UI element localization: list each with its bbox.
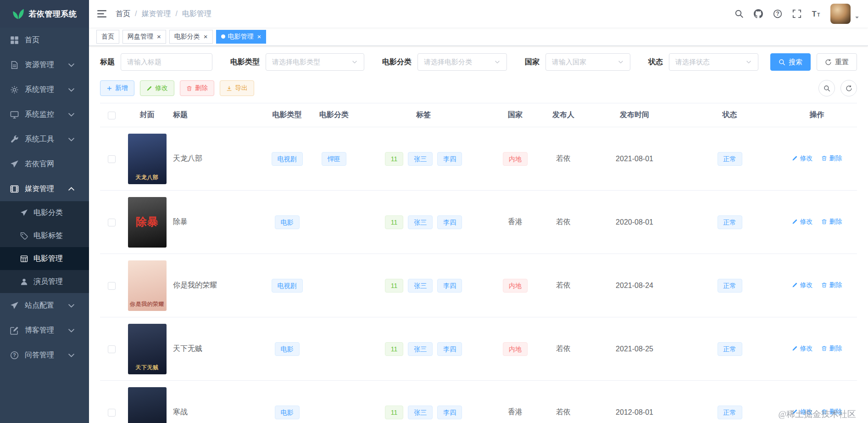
edit-button[interactable]: 修改	[140, 80, 174, 96]
row-edit-link[interactable]: 修改	[792, 154, 813, 163]
row-edit-link[interactable]: 修改	[792, 344, 813, 353]
row-actions-cell: 修改删除	[777, 191, 857, 254]
tab-网盘管理[interactable]: 网盘管理×	[122, 30, 166, 44]
title-input[interactable]: 请输入标题	[121, 53, 212, 71]
row-checkbox[interactable]	[108, 282, 116, 290]
sidebar-item-system[interactable]: 系统管理	[0, 77, 89, 102]
search-button[interactable]: 搜索	[770, 53, 811, 71]
help-button[interactable]: ?	[768, 0, 787, 28]
row-delete-link[interactable]: 删除	[821, 344, 842, 353]
sidebar-item-home[interactable]: 首页	[0, 28, 89, 52]
status-cell: 正常	[683, 254, 777, 317]
breadcrumb-separator: /	[135, 10, 137, 18]
chevron-down-icon	[746, 59, 752, 65]
tag-badge: 电影	[275, 342, 300, 356]
row-edit-label: 修改	[800, 344, 813, 353]
sidebar-item-media[interactable]: 媒资管理	[0, 176, 89, 201]
close-icon[interactable]: ×	[256, 33, 262, 40]
chevron-up-icon	[67, 185, 76, 193]
placeholder-text: 请选择电影分类	[424, 58, 472, 67]
fullscreen-button[interactable]	[787, 0, 807, 28]
movie-title-cell: 除暴	[171, 191, 263, 254]
movie-cover: 除暴	[128, 197, 167, 248]
row-select-cell	[100, 254, 123, 317]
reset-button-label: 重置	[835, 58, 849, 67]
font-size-button[interactable]: TT	[807, 0, 826, 28]
github-button[interactable]	[749, 0, 768, 28]
sidebar-item-monitor[interactable]: 系统监控	[0, 102, 89, 127]
tab-首页[interactable]: 首页	[96, 30, 119, 44]
row-select-cell	[100, 191, 123, 254]
row-checkbox[interactable]	[108, 345, 116, 353]
close-icon[interactable]: ×	[203, 33, 208, 40]
header-search-button[interactable]	[729, 0, 749, 28]
delete-button[interactable]: 删除	[180, 80, 214, 96]
breadcrumb-item[interactable]: 首页	[116, 9, 130, 19]
close-icon[interactable]: ×	[156, 33, 161, 40]
row-delete-link[interactable]: 删除	[821, 154, 842, 163]
tag-badge: 内地	[503, 342, 528, 356]
tool-icon	[10, 135, 19, 144]
movie-type-select[interactable]: 请选择电影类型	[266, 53, 364, 71]
movie-category-cell	[311, 254, 357, 317]
column-header: 操作	[777, 103, 857, 127]
sidebar-item-qa[interactable]: ?问答管理	[0, 343, 89, 367]
column-header: 电影类型	[263, 103, 311, 127]
sidebar-item-tools[interactable]: 系统工具	[0, 127, 89, 152]
row-delete-link[interactable]: 删除	[821, 218, 842, 226]
row-delete-label: 删除	[829, 281, 842, 289]
sidebar-item-movie-tag[interactable]: 电影标签	[0, 224, 89, 247]
avatar[interactable]	[830, 4, 851, 24]
send-icon	[20, 209, 28, 217]
toggle-search-button[interactable]	[818, 80, 835, 96]
movie-cover: COLDWAR	[128, 387, 167, 423]
sidebar-item-official-site[interactable]: 若依官网	[0, 152, 89, 176]
row-edit-link[interactable]: 修改	[792, 218, 813, 226]
sidebar-item-blog[interactable]: 博客管理	[0, 318, 89, 343]
refresh-table-button[interactable]	[840, 80, 857, 96]
country-select[interactable]: 请输入国家	[545, 53, 630, 71]
row-checkbox[interactable]	[108, 219, 116, 226]
sidebar-item-actor-manage[interactable]: 演员管理	[0, 270, 89, 293]
gear-icon	[10, 85, 19, 94]
movie-category-select[interactable]: 请选择电影分类	[417, 53, 507, 71]
sidebar-item-label: 若依官网	[25, 159, 54, 169]
row-checkbox[interactable]	[108, 409, 116, 417]
tag-badge: 电影	[275, 406, 300, 419]
sidebar-item-site-config[interactable]: 站点配置	[0, 293, 89, 318]
tab-电影管理[interactable]: 电影管理×	[216, 30, 267, 44]
tag-badge: 张三	[408, 215, 433, 229]
logo[interactable]: 若依管理系统	[0, 0, 89, 28]
chevron-down-icon	[67, 61, 76, 69]
sidebar-item-movie-manage[interactable]: 电影管理	[0, 247, 89, 270]
chevron-down-icon[interactable]	[854, 15, 860, 20]
filter-status: 状态请选择状态	[648, 53, 758, 71]
chevron-down-icon	[67, 326, 76, 335]
status-select[interactable]: 请选择状态	[669, 53, 758, 71]
sidebar-item-label: 电影管理	[33, 254, 63, 264]
chevron-down-icon	[67, 110, 76, 119]
country-cell: 内地	[490, 127, 540, 191]
row-edit-link[interactable]: 修改	[792, 281, 813, 289]
reset-button[interactable]: 重置	[817, 53, 857, 71]
sidebar-item-movie-category[interactable]: 电影分类	[0, 201, 89, 224]
tag-badge: 张三	[408, 152, 433, 166]
app-title: 若依管理系统	[29, 9, 77, 19]
movie-category-cell	[311, 317, 357, 381]
export-button[interactable]: 导出	[220, 80, 254, 96]
sidebar-item-resource[interactable]: 资源管理	[0, 52, 89, 77]
movie-table: 封面标题电影类型电影分类标签国家发布人发布时间状态操作 天龙八部天龙八部电视剧悍…	[100, 103, 857, 423]
cover-title: 你是我的荣耀	[130, 301, 164, 307]
tag-badge: 李四	[437, 152, 462, 166]
add-button-label: 新增	[115, 84, 128, 92]
select-all-checkbox[interactable]	[108, 112, 116, 119]
tab-电影分类[interactable]: 电影分类×	[169, 30, 213, 44]
add-button[interactable]: 新增	[100, 80, 134, 96]
table-header-row: 封面标题电影类型电影分类标签国家发布人发布时间状态操作	[100, 103, 857, 127]
row-checkbox[interactable]	[108, 155, 116, 163]
hamburger-icon[interactable]	[96, 8, 107, 19]
row-delete-link[interactable]: 删除	[821, 281, 842, 289]
country-cell: 内地	[490, 317, 540, 381]
breadcrumb-item[interactable]: 媒资管理	[141, 9, 171, 19]
cover-cell: 除暴	[123, 191, 171, 254]
